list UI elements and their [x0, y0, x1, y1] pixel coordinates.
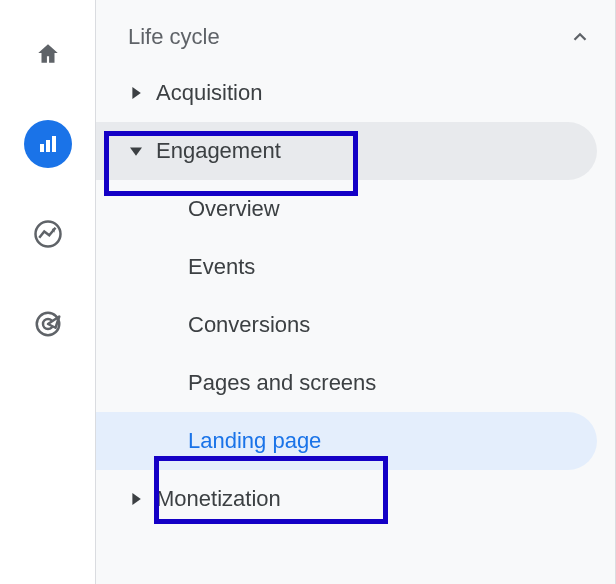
svg-marker-8 [132, 87, 140, 99]
caret-right-icon [116, 493, 156, 505]
nav-subitem-pages[interactable]: Pages and screens [96, 354, 597, 412]
reports-icon [36, 132, 60, 156]
caret-down-icon [116, 145, 156, 157]
nav-subitem-events[interactable]: Events [96, 238, 597, 296]
advertising-icon [33, 309, 63, 339]
nav-label: Conversions [188, 312, 310, 338]
rail-reports[interactable] [24, 120, 72, 168]
nav-label: Events [188, 254, 255, 280]
left-rail [0, 0, 96, 584]
chevron-up-icon [569, 26, 591, 48]
rail-advertising[interactable] [24, 300, 72, 348]
nav-subitem-overview[interactable]: Overview [96, 180, 597, 238]
svg-rect-0 [40, 144, 44, 152]
nav-label: Landing page [188, 428, 321, 454]
nav-label: Engagement [156, 138, 597, 164]
nav-label: Pages and screens [188, 370, 376, 396]
explore-icon [33, 219, 63, 249]
svg-rect-1 [46, 140, 50, 152]
svg-marker-9 [130, 147, 142, 155]
caret-right-icon [116, 87, 156, 99]
nav-item-acquisition[interactable]: Acquisition [96, 64, 597, 122]
nav-item-engagement[interactable]: Engagement [96, 122, 597, 180]
nav-item-monetization[interactable]: Monetization [96, 470, 597, 528]
nav-label: Monetization [156, 486, 597, 512]
section-title: Life cycle [128, 24, 220, 50]
home-icon [35, 41, 61, 67]
nav-subitem-conversions[interactable]: Conversions [96, 296, 597, 354]
nav-panel: Life cycle Acquisition Engagement Overvi… [96, 0, 616, 584]
nav-subitem-landing[interactable]: Landing page [96, 412, 597, 470]
section-header-lifecycle[interactable]: Life cycle [96, 10, 615, 64]
svg-marker-10 [132, 493, 140, 505]
svg-rect-2 [52, 136, 56, 152]
nav-label: Overview [188, 196, 280, 222]
nav-label: Acquisition [156, 80, 597, 106]
rail-explore[interactable] [24, 210, 72, 258]
rail-home[interactable] [24, 30, 72, 78]
nav-tree: Acquisition Engagement Overview Events C… [96, 64, 615, 528]
